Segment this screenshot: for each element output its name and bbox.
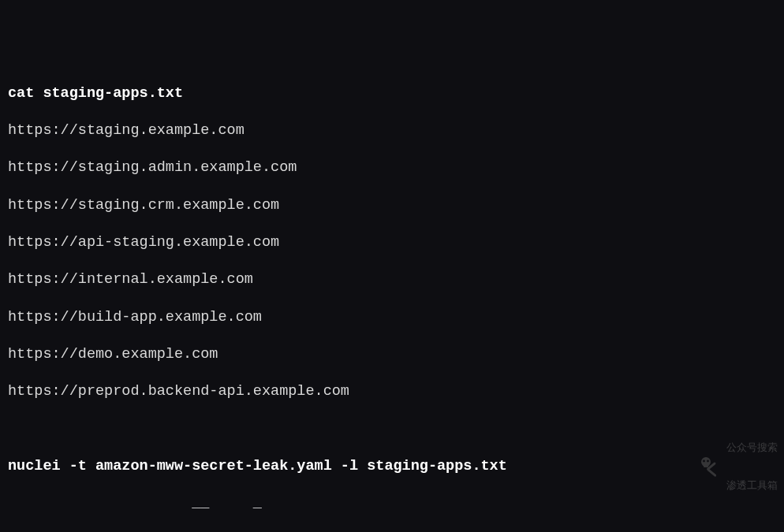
watermark: 公众号搜索 渗透工具箱 (696, 415, 778, 518)
url-line: https://staging.admin.example.com (8, 158, 776, 177)
svg-point-2 (707, 460, 709, 463)
svg-point-1 (703, 460, 705, 463)
url-line: https://preprod.backend-api.example.com (8, 382, 776, 401)
blank-line (8, 420, 776, 439)
url-line: https://build-app.example.com (8, 308, 776, 327)
skull-wrench-icon (696, 454, 722, 479)
ascii-line: __ _ (8, 494, 776, 513)
command-nuclei: nuclei -t amazon-mww-secret-leak.yaml -l… (8, 457, 776, 476)
command-cat: cat staging-apps.txt (8, 84, 776, 103)
url-line: https://staging.example.com (8, 121, 776, 140)
watermark-line2: 渗透工具箱 (726, 479, 778, 492)
url-line: https://internal.example.com (8, 270, 776, 289)
watermark-line1: 公众号搜索 (726, 441, 778, 454)
svg-rect-3 (704, 465, 708, 467)
url-line: https://demo.example.com (8, 345, 776, 364)
url-line: https://staging.crm.example.com (8, 196, 776, 215)
watermark-text: 公众号搜索 渗透工具箱 (726, 415, 778, 518)
url-line: https://api-staging.example.com (8, 233, 776, 252)
